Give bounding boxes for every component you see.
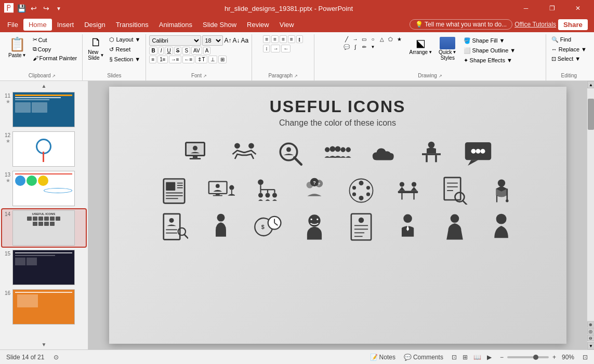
replace-btn[interactable]: ↔ Replace ▼: [549, 45, 589, 53]
panel-scroll-down[interactable]: ▼: [2, 342, 86, 347]
shape-fill-btn[interactable]: 🪣 Shape Fill ▼: [461, 36, 518, 45]
menu-slideshow[interactable]: Slide Show: [197, 19, 242, 31]
italic-btn[interactable]: I: [159, 47, 164, 55]
monitor-person-icon[interactable]: [179, 136, 216, 172]
money-clock-icon[interactable]: $: [249, 209, 286, 245]
scroll-thumb[interactable]: [588, 99, 594, 130]
slide-sorter-btn[interactable]: ⊞: [460, 353, 470, 362]
section-btn[interactable]: § Section ▼: [107, 55, 142, 63]
menu-home[interactable]: Home: [23, 19, 52, 31]
rect-shape[interactable]: ▭: [360, 35, 368, 43]
quick-styles-btn[interactable]: Quick ▼ Styles: [437, 35, 458, 62]
arrow-shape[interactable]: →: [351, 35, 360, 43]
zoom-out-area-btn[interactable]: ⊖: [587, 335, 595, 341]
slide-thumb-11[interactable]: 11 ★: [2, 91, 86, 128]
customize-btn[interactable]: ▼: [54, 4, 63, 13]
redo-btn[interactable]: ↪: [42, 4, 51, 13]
zoom-slider[interactable]: [507, 356, 549, 358]
circle-shape[interactable]: ○: [369, 35, 377, 43]
shadow-btn[interactable]: S: [182, 47, 190, 55]
minimize-btn[interactable]: ─: [514, 0, 538, 17]
paste-btn[interactable]: 📋 Paste ▼: [5, 34, 30, 62]
scroll-down-btn[interactable]: ▼: [587, 342, 594, 349]
zoom-level[interactable]: 90%: [560, 353, 576, 362]
zoom-fit-btn[interactable]: ◎: [587, 328, 595, 334]
align-text-btn[interactable]: ⊥: [208, 56, 217, 63]
shapes-more[interactable]: ▼: [369, 43, 377, 50]
notes-accessibility-btn[interactable]: ⊙: [51, 353, 61, 362]
bold-btn[interactable]: B: [149, 47, 157, 55]
font-color-btn[interactable]: A: [203, 47, 211, 55]
close-btn[interactable]: ✕: [566, 0, 590, 17]
panel-scroll-up[interactable]: ▲: [2, 83, 86, 89]
slide-thumb-16[interactable]: 16: [2, 288, 86, 326]
format-painter-btn[interactable]: 🖌 Format Painter: [31, 54, 80, 62]
line-spacing-btn[interactable]: ↕: [263, 45, 270, 52]
arrange-btn[interactable]: ⬕ Arrange ▼: [408, 35, 434, 57]
document-person-icon[interactable]: [156, 209, 192, 245]
indent-btn[interactable]: →: [271, 45, 280, 52]
question-group-icon[interactable]: ??: [296, 172, 333, 209]
slide-thumb-15[interactable]: 15: [2, 249, 86, 286]
menu-file[interactable]: File: [2, 19, 23, 31]
fit-slide-btn[interactable]: ⊡: [580, 353, 590, 362]
resume-icon[interactable]: [343, 209, 379, 245]
slide-thumb-14[interactable]: 14 USEFUL ICONS: [2, 209, 86, 247]
smartart-btn[interactable]: ⊞: [218, 56, 227, 63]
businessman-icon[interactable]: [390, 209, 426, 245]
indent-more-btn[interactable]: →≡: [169, 56, 181, 63]
decrease-font-btn[interactable]: A↓: [232, 37, 240, 44]
comments-btn[interactable]: 💬 Comments: [402, 353, 445, 362]
woman-silhouette-icon[interactable]: [203, 209, 239, 245]
text-direction-btn[interactable]: ⇕T: [195, 56, 207, 63]
beard-person-icon[interactable]: [296, 209, 333, 245]
layout-btn[interactable]: ⬡ Layout ▼: [107, 35, 142, 44]
scroll-up-btn[interactable]: ▲: [587, 81, 594, 88]
normal-view-btn[interactable]: ⊡: [450, 353, 459, 362]
new-slide-btn[interactable]: 🗋 New Slide ▼: [86, 34, 106, 62]
document-search-icon[interactable]: [437, 172, 473, 209]
chat-group-icon[interactable]: [460, 136, 496, 172]
circle-group-icon[interactable]: [343, 172, 379, 209]
search-person-icon[interactable]: [273, 136, 309, 172]
star-shape[interactable]: ★: [395, 35, 404, 43]
underline-btn[interactable]: U: [165, 47, 173, 55]
newspaper-icon[interactable]: [156, 172, 192, 209]
find-btn[interactable]: 🔍 Find: [549, 35, 589, 44]
save-btn[interactable]: 💾: [17, 4, 26, 13]
menu-transitions[interactable]: Transitions: [111, 19, 154, 31]
menu-review[interactable]: Review: [242, 19, 274, 31]
shape-effects-btn[interactable]: ✦ Shape Effects ▼: [461, 56, 518, 65]
increase-font-btn[interactable]: A↑: [224, 37, 231, 44]
reset-btn[interactable]: ↺ Reset: [107, 45, 142, 54]
zoom-in-btn[interactable]: +: [550, 353, 558, 362]
copy-btn[interactable]: ⧉ Copy: [31, 45, 80, 53]
businesswoman-icon[interactable]: [437, 209, 473, 245]
numbering-btn[interactable]: 1≡: [157, 56, 167, 63]
callout-shape[interactable]: 💬: [342, 43, 351, 50]
font-size-select[interactable]: 18: [202, 35, 223, 46]
line-shape[interactable]: ╱: [342, 35, 351, 43]
align-left-btn[interactable]: ≡: [263, 35, 270, 43]
select-btn[interactable]: ⊡ Select ▼: [549, 55, 589, 63]
slide-thumb-13[interactable]: 13 ★: [2, 170, 86, 207]
graduation-icon[interactable]: [483, 172, 520, 209]
restore-btn[interactable]: ❐: [540, 0, 564, 17]
clear-format-btn[interactable]: Aa: [241, 37, 248, 44]
menu-animations[interactable]: Animations: [154, 19, 197, 31]
monitor-people-icon[interactable]: [203, 172, 239, 209]
cloud-icon[interactable]: [366, 136, 403, 172]
font-name-select[interactable]: Calibri: [149, 35, 201, 46]
undo-btn[interactable]: ↩: [29, 4, 38, 13]
cut-btn[interactable]: ✂ Cut: [31, 35, 80, 44]
notes-btn[interactable]: 📝 Notes: [368, 353, 398, 362]
menu-view[interactable]: View: [274, 19, 299, 31]
freeform-shape[interactable]: ✏: [360, 43, 368, 50]
align-center-btn[interactable]: ≡: [271, 35, 279, 43]
person-desk-icon[interactable]: [413, 136, 450, 172]
pentagon-shape[interactable]: ⬠: [387, 35, 395, 43]
slideshow-btn[interactable]: ▶: [485, 353, 494, 362]
indent-less-btn[interactable]: ←≡: [182, 56, 195, 63]
align-right-btn[interactable]: ≡: [280, 35, 287, 43]
slide-thumb-12[interactable]: 12 ★: [2, 130, 86, 168]
